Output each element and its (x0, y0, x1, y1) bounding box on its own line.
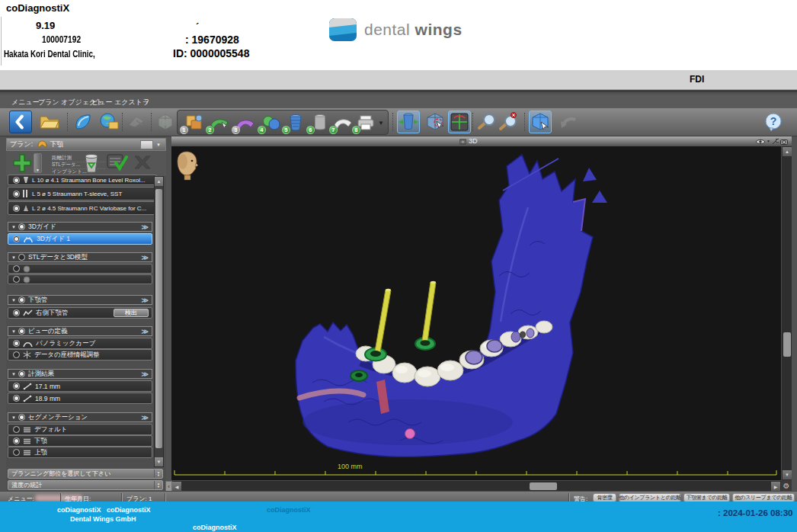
import-globe-button[interactable] (98, 111, 120, 133)
section-stl-chevron[interactable]: ≫ (142, 254, 149, 261)
eye-dropdown-arrow[interactable]: ▼ (767, 139, 770, 143)
steps-dropdown-button[interactable]: ▼ (376, 111, 386, 134)
section-views-radio[interactable] (18, 328, 25, 335)
planning-site-dropdown[interactable]: プランニング部位を選択して下さい ▲▼ (8, 469, 163, 479)
section-views-chevron[interactable]: ≫ (142, 328, 149, 335)
implant-2-radio[interactable] (13, 191, 20, 197)
open-folder-button[interactable] (38, 111, 61, 133)
stl-item-1[interactable] (8, 264, 152, 274)
camera-icon[interactable] (780, 139, 788, 145)
plan-dropdown-arrow[interactable]: ▼ (156, 143, 161, 147)
hscrollbar-thumb[interactable] (530, 482, 557, 490)
implant-3-radio[interactable] (13, 205, 20, 212)
segmentation-mandible-radio[interactable] (13, 437, 20, 444)
validate-plan-button[interactable] (107, 152, 128, 175)
step-2-segmentation-button[interactable]: 2 (208, 111, 231, 134)
step-3-panoramic-button[interactable]: 3 (234, 111, 257, 134)
section-canal-chevron[interactable]: ≫ (142, 296, 149, 304)
stl-item-1-radio[interactable] (13, 265, 20, 272)
section-stl-radio[interactable] (18, 254, 25, 261)
plan-swoosh-button[interactable] (72, 111, 94, 133)
measurement-1-radio[interactable] (13, 383, 20, 389)
guide-item-radio[interactable] (13, 236, 20, 242)
scroll-left-arrow[interactable]: ◀ (172, 482, 181, 491)
add-object-dropdown[interactable]: ▼ (34, 153, 42, 173)
section-guide-radio[interactable] (18, 223, 25, 230)
delete-object-button[interactable] (82, 152, 101, 177)
measurement-item-1[interactable]: 17.1 mm (8, 380, 152, 392)
canal-item[interactable]: 右側下顎管 検出 (8, 307, 152, 319)
segmentation-default-item[interactable]: デフォルト (8, 424, 152, 435)
measurement-item-2[interactable]: 18.9 mm (8, 393, 152, 404)
sidebar-scrollbar[interactable]: ▲ ▼ (154, 176, 164, 467)
scroll-down-arrow[interactable]: ▼ (155, 457, 163, 466)
section-guide-header[interactable]: ▼ 3Dガイド ≫ (8, 222, 152, 232)
close-plan-button[interactable] (133, 154, 152, 174)
segmentation-maxilla-radio[interactable] (13, 449, 20, 456)
stl-item-2-radio[interactable] (13, 276, 20, 283)
step-6-sleeve-button[interactable]: 6 (309, 111, 331, 134)
viewport-hscrollbar[interactable]: ◀ ▶ (171, 480, 781, 491)
panoramic-curve-item[interactable]: パノラミックカーブ (8, 338, 152, 349)
section-canal-radio[interactable] (18, 296, 25, 303)
detect-canal-button[interactable]: 検出 (114, 309, 149, 317)
coordinate-adjust-radio[interactable] (13, 351, 20, 358)
model-cube-button[interactable] (154, 111, 177, 133)
section-measurements-radio[interactable] (18, 370, 25, 377)
implant-row-2[interactable]: L 5 ø 5 Straumann T-sleeve, SST (8, 187, 157, 200)
implant-1-radio[interactable] (13, 177, 20, 184)
back-button[interactable] (9, 111, 32, 133)
cube-select-button[interactable] (529, 111, 552, 133)
sidebar-scrollbar-thumb[interactable] (155, 189, 162, 448)
section-stl-header[interactable]: ▼ STLデータと3D模型 ≫ (8, 252, 152, 262)
sidebar-collapse-button[interactable]: ‹ (165, 481, 172, 492)
step-5-implant-button[interactable]: 5 (284, 111, 307, 134)
menu-item-plan[interactable]: プラン (38, 98, 59, 107)
zoom-button[interactable] (475, 111, 498, 133)
section-segmentation-radio[interactable] (18, 414, 25, 421)
scroll-down-arrow[interactable]: ▼ (783, 470, 792, 479)
viewport-vscrollbar[interactable]: ▲ ▼ (781, 146, 792, 480)
canal-item-radio[interactable] (13, 309, 20, 316)
section-views-header[interactable]: ▼ ビューの定義 ≫ (8, 326, 152, 336)
tool-icon[interactable] (772, 138, 779, 145)
section-canal-header[interactable]: ▼ 下顎管 ≫ (8, 295, 152, 305)
measurement-2-radio[interactable] (13, 395, 20, 402)
density-stats-dropdown[interactable]: 濃度の統計 ▲▼ (8, 480, 163, 490)
undo-button[interactable] (558, 111, 581, 133)
implant-row-3[interactable]: L 2 ø 4.5 Straumann RC Variobase for C..… (8, 201, 157, 215)
plan-window-button[interactable] (140, 140, 153, 149)
step-8-print-button[interactable]: 8 (354, 111, 377, 134)
slice-crosshair-view-button[interactable] (448, 111, 471, 133)
segmentation-default-radio[interactable] (13, 426, 20, 433)
implant-row-1[interactable]: L 10 ø 4.1 Straumann Bone Level Roxol... (8, 175, 157, 185)
scroll-up-arrow[interactable]: ▲ (783, 147, 792, 156)
guide-item[interactable]: 3Dガイド 1 (8, 233, 152, 245)
add-object-button[interactable] (12, 153, 32, 176)
menu-item-menu[interactable]: メニュー (11, 98, 40, 107)
segmentation-mandible-item[interactable]: 下顎 (8, 435, 152, 447)
viewport-settings-gear[interactable]: ⚙ (781, 480, 792, 491)
eye-icon[interactable] (755, 139, 766, 145)
model-cursor-view-button[interactable] (424, 111, 447, 133)
menu-item-help[interactable]: ? (145, 98, 149, 105)
stl-item-2[interactable] (8, 274, 152, 284)
zoom-disabled-button[interactable] (497, 111, 520, 133)
section-measurements-header[interactable]: ▼ 計測結果 ≫ (8, 369, 152, 379)
vscrollbar-thumb[interactable] (783, 332, 791, 357)
segmentation-maxilla-item[interactable]: 上顎 (8, 447, 152, 458)
help-button[interactable]: ? (762, 111, 785, 133)
section-measurements-chevron[interactable]: ≫ (142, 370, 149, 378)
panoramic-curve-radio[interactable] (13, 340, 20, 347)
section-segmentation-header[interactable]: ▼ セグメンテーション ≫ (8, 412, 152, 422)
scroll-right-arrow[interactable]: ▶ (771, 482, 780, 491)
section-segmentation-chevron[interactable]: ≫ (142, 414, 149, 421)
send-button[interactable] (125, 111, 148, 133)
menu-item-view[interactable]: ビュー (91, 98, 112, 107)
section-guide-chevron[interactable]: ≫ (142, 223, 149, 231)
scroll-up-arrow[interactable]: ▲ (155, 177, 163, 186)
step-4-model-align-button[interactable]: 4 (260, 111, 283, 134)
step-7-guide-button[interactable]: 7 (331, 111, 354, 134)
3d-canvas[interactable]: 100 mm (171, 146, 781, 480)
step-1-patient-data-button[interactable]: 1 (182, 111, 205, 134)
